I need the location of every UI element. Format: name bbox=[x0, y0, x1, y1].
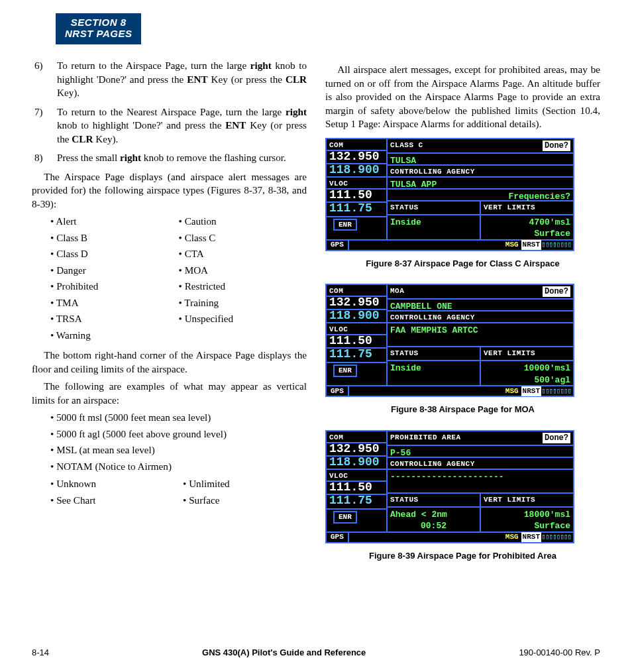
status-label: STATUS bbox=[388, 494, 481, 506]
step-8: 8) Press the small right knob to remove … bbox=[32, 151, 307, 165]
controlling-agency: TULSA APP bbox=[388, 178, 573, 190]
step-number: 8) bbox=[32, 151, 57, 165]
controlling-agency: ---------------------- bbox=[388, 470, 573, 494]
document-revision: 190-00140-00 Rev. P bbox=[519, 647, 600, 657]
list-item: Training bbox=[179, 296, 307, 310]
com-standby: 118.900 bbox=[327, 310, 386, 323]
gps-screen: COM 132.950 118.900 VLOC 111.50 111.75 E… bbox=[325, 430, 574, 543]
list-item: Class B bbox=[50, 231, 179, 245]
paragraph: The Airspace Page displays (and airspace… bbox=[32, 170, 307, 211]
controlling-agency-label: CONTROLLING AGENCY bbox=[388, 311, 573, 323]
msg-indicator: MSG bbox=[503, 532, 521, 542]
step-6: 6) To return to the Airspace Page, turn … bbox=[32, 59, 307, 100]
controlling-agency: FAA MEMPHIS ARTCC bbox=[388, 323, 573, 347]
done-prompt[interactable]: Done? bbox=[543, 286, 570, 297]
step-7: 7) To return to the Nearest Airspace Pag… bbox=[32, 105, 307, 146]
list-item: 5000 ft msl (5000 feet mean sea level) bbox=[50, 411, 307, 425]
paragraph: The following are examples of what may a… bbox=[32, 380, 307, 407]
vert-limits-list-2: Unknown See Chart Unlimited Surface bbox=[50, 477, 307, 510]
vert-limits-value: 18000'msl Surface bbox=[481, 508, 573, 532]
list-item: CTA bbox=[179, 247, 307, 261]
gps-screen: COM 132.950 118.900 VLOC 111.50 111.75 E… bbox=[325, 138, 574, 251]
list-item: Unknown bbox=[50, 477, 183, 491]
done-prompt[interactable]: Done? bbox=[543, 433, 570, 443]
vert-limits-label: VERT LIMITS bbox=[481, 201, 573, 214]
done-prompt[interactable]: Done? bbox=[543, 140, 570, 151]
airspace-types-list: Alert Class B Class D Danger Prohibited … bbox=[50, 215, 307, 345]
airspace-type: MOA bbox=[390, 286, 404, 297]
step-body: To return to the Airspace Page, turn the… bbox=[57, 59, 307, 100]
figure-caption: Figure 8-38 Airspace Page for MOA bbox=[325, 404, 600, 416]
airspace-type: CLASS C bbox=[390, 140, 423, 151]
list-item: Surface bbox=[183, 494, 230, 508]
paragraph: The bottom right-hand corner of the Airs… bbox=[32, 349, 307, 376]
paragraph: All airspace alert messages, except for … bbox=[325, 63, 600, 131]
vloc-standby: 111.75 bbox=[327, 349, 386, 362]
list-item: TMA bbox=[50, 296, 179, 310]
list-item: See Chart bbox=[50, 494, 183, 508]
vloc-label: VLOC bbox=[327, 470, 386, 482]
status-label: STATUS bbox=[388, 347, 481, 360]
section-header: SECTION 8 NRST PAGES bbox=[56, 13, 141, 44]
vert-limits-value: 4700'msl Surface bbox=[481, 215, 573, 239]
list-item: 5000 ft agl (5000 feet above ground leve… bbox=[50, 427, 307, 441]
msg-indicator: MSG bbox=[503, 240, 521, 250]
enr-indicator: ENR bbox=[333, 364, 357, 377]
step-number: 7) bbox=[32, 105, 57, 146]
list-item: Caution bbox=[179, 215, 307, 229]
vloc-active: 111.50 bbox=[327, 190, 386, 203]
step-number: 6) bbox=[32, 59, 57, 100]
figure-8-37: COM 132.950 118.900 VLOC 111.50 111.75 E… bbox=[325, 138, 600, 270]
footer: 8-14 GNS 430(A) Pilot's Guide and Refere… bbox=[32, 647, 600, 657]
vloc-label: VLOC bbox=[327, 323, 386, 335]
vloc-active: 111.50 bbox=[327, 482, 386, 495]
figure-8-38: COM 132.950 118.900 VLOC 111.50 111.75 E… bbox=[325, 284, 600, 416]
vert-limits-label: VERT LIMITS bbox=[481, 347, 573, 360]
airspace-type: PROHIBITED AREA bbox=[390, 433, 461, 443]
list-item: Alert bbox=[50, 215, 179, 229]
right-column: All airspace alert messages, except for … bbox=[325, 59, 600, 576]
document-title: GNS 430(A) Pilot's Guide and Reference bbox=[202, 647, 366, 657]
vloc-active: 111.50 bbox=[327, 335, 386, 349]
vloc-standby: 111.75 bbox=[327, 203, 386, 216]
com-label: COM bbox=[327, 139, 386, 151]
section-line2: NRST PAGES bbox=[65, 28, 132, 40]
list-item: Prohibited bbox=[50, 280, 179, 294]
list-item: Restricted bbox=[179, 280, 307, 294]
com-standby: 118.900 bbox=[327, 164, 386, 178]
list-item: Danger bbox=[50, 264, 179, 278]
list-item: MSL (at mean sea level) bbox=[50, 443, 307, 457]
page-boxes-icon: ▯▯▯▯▯▯▯▯ bbox=[541, 240, 573, 250]
section-line1: SECTION 8 bbox=[65, 17, 132, 28]
vloc-label: VLOC bbox=[327, 178, 386, 190]
vert-limits-label: VERT LIMITS bbox=[481, 494, 573, 506]
gps-label: GPS bbox=[327, 386, 349, 396]
airspace-name: TULSA bbox=[388, 154, 573, 166]
status-value: Inside bbox=[388, 361, 481, 385]
gps-label: GPS bbox=[327, 240, 349, 250]
controlling-agency-label: CONTROLLING AGENCY bbox=[388, 166, 573, 178]
airspace-name: P-56 bbox=[388, 446, 573, 458]
list-item: TRSA bbox=[50, 312, 179, 326]
vert-limits-list: 5000 ft msl (5000 feet mean sea level) 5… bbox=[50, 411, 307, 473]
left-column: 6) To return to the Airspace Page, turn … bbox=[32, 59, 307, 576]
vert-limits-value: 10000'msl 500'agl bbox=[481, 361, 573, 385]
step-body: Press the small right knob to remove the… bbox=[57, 151, 307, 165]
com-standby: 118.900 bbox=[327, 457, 386, 470]
frequencies-prompt[interactable]: Frequencies? bbox=[388, 190, 573, 201]
status-label: STATUS bbox=[388, 201, 481, 214]
page-boxes-icon: ▯▯▯▯▯▯▯▯ bbox=[541, 386, 573, 396]
page-number: 8-14 bbox=[32, 647, 49, 657]
step-body: To return to the Nearest Airspace Page, … bbox=[57, 105, 307, 146]
list-item: Class C bbox=[179, 231, 307, 245]
page-boxes-icon: ▯▯▯▯▯▯▯▯ bbox=[541, 532, 573, 542]
controlling-agency-label: CONTROLLING AGENCY bbox=[388, 458, 573, 470]
list-item: NOTAM (Notice to Airmen) bbox=[50, 460, 307, 474]
enr-indicator: ENR bbox=[333, 511, 357, 524]
nrst-indicator: NRST bbox=[521, 386, 541, 396]
list-item: Unspecified bbox=[179, 312, 307, 326]
enr-indicator: ENR bbox=[333, 219, 357, 231]
msg-indicator: MSG bbox=[503, 386, 521, 396]
nrst-indicator: NRST bbox=[521, 240, 541, 250]
list-item: Class D bbox=[50, 247, 179, 261]
